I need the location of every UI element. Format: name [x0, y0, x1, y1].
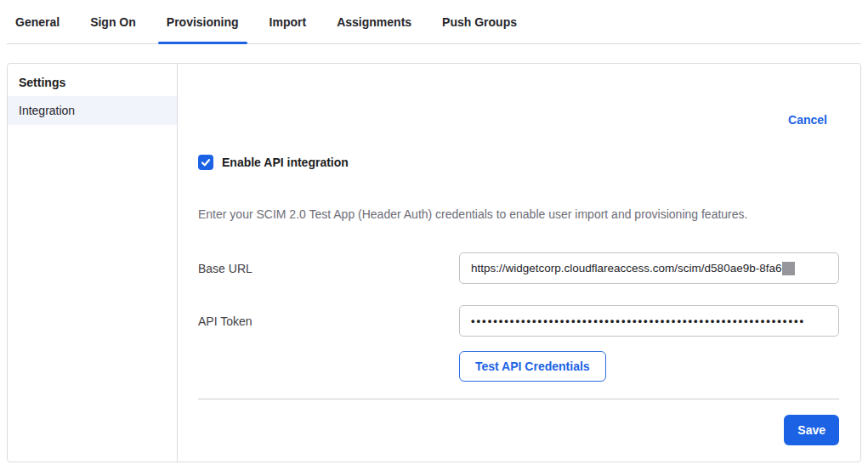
enable-api-row: Enable API integration	[198, 155, 839, 170]
tab-provisioning[interactable]: Provisioning	[158, 0, 247, 43]
text-overflow-indicator	[782, 262, 795, 275]
tab-assignments[interactable]: Assignments	[328, 0, 420, 43]
tab-import[interactable]: Import	[261, 0, 315, 43]
integration-settings-form: Cancel Enable API integration Enter your…	[178, 64, 860, 462]
enable-api-label: Enable API integration	[222, 156, 349, 169]
tab-sign-on[interactable]: Sign On	[82, 0, 145, 43]
sidebar-header-settings: Settings	[8, 69, 177, 96]
save-row: Save	[198, 415, 839, 445]
base-url-label: Base URL	[198, 262, 459, 275]
base-url-row: Base URL https://widgetcorp.cloudflareac…	[198, 252, 839, 284]
test-api-credentials-button[interactable]: Test API Credentials	[459, 351, 606, 382]
api-token-row: API Token ••••••••••••••••••••••••••••••…	[198, 305, 839, 337]
test-button-row: Test API Credentials	[198, 351, 839, 382]
app-tab-bar: General Sign On Provisioning Import Assi…	[7, 0, 861, 44]
api-token-label: API Token	[198, 314, 459, 328]
settings-sidebar: Settings Integration	[8, 64, 178, 462]
provisioning-panel: Settings Integration Cancel Enable API i…	[7, 63, 861, 462]
cancel-row: Cancel	[198, 112, 839, 127]
api-token-input[interactable]: ••••••••••••••••••••••••••••••••••••••••…	[459, 305, 839, 337]
api-token-masked-value: ••••••••••••••••••••••••••••••••••••••••…	[471, 314, 805, 327]
form-divider	[198, 399, 839, 399]
tab-general[interactable]: General	[7, 0, 68, 43]
credentials-description: Enter your SCIM 2.0 Test App (Header Aut…	[198, 207, 839, 221]
base-url-input[interactable]: https://widgetcorp.cloudflareaccess.com/…	[459, 252, 839, 284]
enable-api-checkbox[interactable]	[198, 155, 213, 170]
base-url-value: https://widgetcorp.cloudflareaccess.com/…	[471, 262, 781, 275]
tab-push-groups[interactable]: Push Groups	[434, 0, 525, 43]
cancel-link[interactable]: Cancel	[788, 113, 827, 127]
checkmark-icon	[201, 157, 211, 167]
sidebar-item-integration[interactable]: Integration	[8, 96, 177, 125]
save-button[interactable]: Save	[784, 415, 839, 445]
